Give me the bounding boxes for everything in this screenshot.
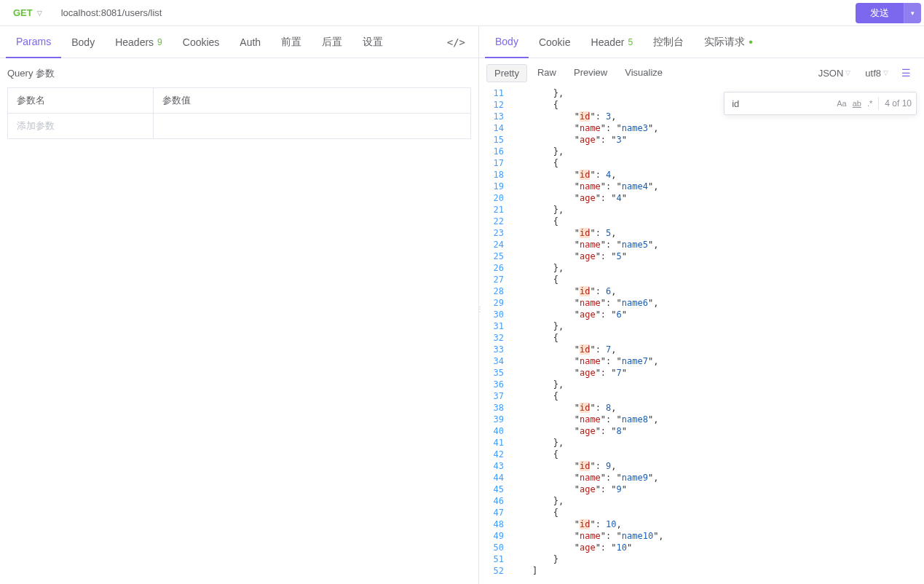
query-params-title: Query 参数: [0, 58, 478, 84]
drag-handle-icon[interactable]: ⋮: [476, 305, 483, 313]
code-line: 47 {: [479, 507, 924, 518]
code-line: 31 },: [479, 320, 924, 332]
wrap-lines-icon[interactable]: ☰: [896, 67, 917, 79]
code-line: 45 "age": "9": [479, 484, 924, 495]
tab-auth[interactable]: Auth: [229, 26, 271, 58]
param-value-header: 参数值: [154, 88, 470, 113]
code-line: 14 "name": "name3",: [479, 122, 924, 134]
whole-word-icon[interactable]: ab: [853, 99, 861, 108]
code-line: 32 {: [479, 332, 924, 344]
tab-console[interactable]: 控制台: [643, 26, 694, 58]
send-dropdown[interactable]: ▾: [904, 3, 921, 23]
tab-cookies[interactable]: Cookies: [173, 26, 230, 58]
send-button[interactable]: 发送: [856, 3, 904, 23]
code-line: 30 "age": "6": [479, 309, 924, 320]
response-tabs: BodyCookieHeader5控制台实际请求•: [479, 26, 924, 58]
search-count: 4 of 10: [885, 98, 912, 108]
code-line: 33 "id": 7,: [479, 344, 924, 355]
tab-post[interactable]: 后置: [312, 26, 352, 58]
code-line: 20 "age": "4": [479, 192, 924, 204]
subtab-raw[interactable]: Raw: [530, 64, 564, 82]
params-header-row: 参数名 参数值: [7, 87, 471, 113]
code-line: 40 "age": "8": [479, 425, 924, 437]
tab-body[interactable]: Body: [61, 26, 105, 58]
subtab-preview[interactable]: Preview: [566, 64, 615, 82]
code-line: 38 "id": 8,: [479, 402, 924, 414]
tab-pre[interactable]: 前置: [271, 26, 312, 58]
request-panel: ParamsBodyHeaders9CookiesAuth前置后置设置</> Q…: [0, 26, 479, 584]
code-line: 51 }: [479, 553, 924, 565]
code-line: 26 },: [479, 262, 924, 274]
tab-cookie[interactable]: Cookie: [529, 26, 581, 58]
code-line: 46 },: [479, 495, 924, 507]
tab-body[interactable]: Body: [485, 26, 529, 58]
response-panel: ⋮ BodyCookieHeader5控制台实际请求• PrettyRawPre…: [479, 26, 924, 584]
format-select[interactable]: JSON▽: [811, 68, 858, 79]
regex-icon[interactable]: .*: [867, 99, 872, 108]
tab-actual[interactable]: 实际请求•: [694, 26, 763, 58]
chevron-down-icon: ▽: [37, 9, 42, 17]
code-line: 48 "id": 10,: [479, 518, 924, 530]
code-line: 34 "name": "name7",: [479, 355, 924, 367]
code-line: 21 },: [479, 204, 924, 216]
code-line: 29 "name": "name6",: [479, 297, 924, 309]
code-line: 27 {: [479, 274, 924, 285]
param-name-header: 参数名: [8, 88, 154, 113]
code-line: 24 "name": "name5",: [479, 239, 924, 250]
code-line: 50 "age": "10": [479, 542, 924, 553]
code-icon[interactable]: </>: [440, 36, 473, 48]
code-line: 22 {: [479, 216, 924, 227]
code-line: 36 },: [479, 379, 924, 390]
code-line: 42 {: [479, 449, 924, 460]
code-line: 17 {: [479, 157, 924, 169]
code-line: 28 "id": 6,: [479, 285, 924, 297]
tab-headers[interactable]: Headers9: [105, 26, 173, 58]
search-panel: Aa ab .* 4 of 10: [724, 92, 917, 115]
request-tabs: ParamsBodyHeaders9CookiesAuth前置后置设置</>: [0, 26, 478, 58]
code-line: 16 },: [479, 146, 924, 157]
code-line: 35 "age": "7": [479, 367, 924, 379]
code-line: 23 "id": 5,: [479, 227, 924, 239]
tab-header[interactable]: Header5: [581, 26, 644, 58]
code-line: 44 "name": "name9",: [479, 472, 924, 484]
encoding-select[interactable]: utf8▽: [858, 68, 896, 79]
code-line: 49 "name": "name10",: [479, 530, 924, 542]
add-param-placeholder: 添加参数: [8, 114, 154, 138]
chevron-down-icon: ▽: [845, 69, 850, 76]
tab-params[interactable]: Params: [6, 26, 61, 58]
request-bar: GET▽ 发送 ▾: [0, 0, 924, 26]
code-line: 39 "name": "name8",: [479, 414, 924, 425]
code-line: 25 "age": "5": [479, 250, 924, 262]
code-line: 43 "id": 9,: [479, 460, 924, 472]
code-line: 15 "age": "3": [479, 134, 924, 146]
tab-settings[interactable]: 设置: [352, 26, 393, 58]
url-input[interactable]: [52, 0, 851, 25]
chevron-down-icon: ▽: [883, 69, 888, 76]
response-view-tabs: PrettyRawPreviewVisualize JSON▽ utf8▽ ☰: [479, 58, 924, 87]
add-param-row[interactable]: 添加参数: [7, 113, 471, 139]
response-body[interactable]: 11 },12 {13 "id": 3,14 "name": "name3",1…: [479, 87, 924, 584]
code-line: 18 "id": 4,: [479, 169, 924, 181]
match-case-icon[interactable]: Aa: [837, 99, 846, 108]
code-line: 52 ]: [479, 565, 924, 577]
method-select[interactable]: GET▽: [3, 7, 52, 18]
subtab-visualize[interactable]: Visualize: [617, 64, 670, 82]
code-line: 19 "name": "name4",: [479, 181, 924, 192]
code-line: 37 {: [479, 390, 924, 402]
search-input[interactable]: [729, 98, 831, 109]
subtab-pretty[interactable]: Pretty: [486, 64, 527, 82]
params-table: 参数名 参数值 添加参数: [7, 87, 471, 139]
code-line: 41 },: [479, 437, 924, 449]
